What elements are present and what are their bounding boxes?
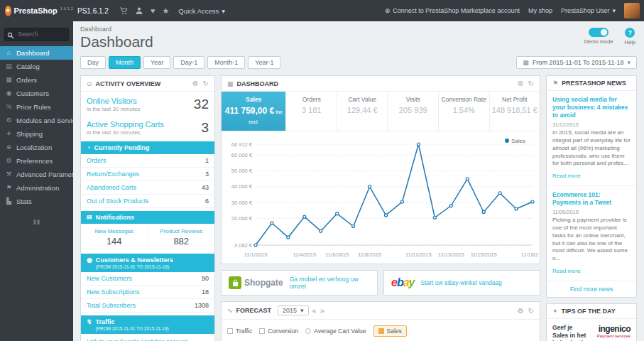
- active-carts-link[interactable]: Active Shopping Carts: [87, 120, 201, 129]
- range-day-1-button[interactable]: Day-1: [173, 56, 204, 69]
- new-subscriptions-link[interactable]: New Subscriptions: [87, 288, 140, 296]
- help-icon[interactable]: ?: [625, 28, 635, 38]
- refresh-icon[interactable]: ↻: [528, 307, 534, 315]
- person-icon[interactable]: [135, 6, 143, 15]
- sidebar-item-label: Orders: [16, 76, 37, 84]
- news-item-title[interactable]: Using social media for your business: 4 …: [552, 96, 631, 119]
- forecast-next-button[interactable]: »: [320, 306, 324, 315]
- range-day-button[interactable]: Day: [80, 56, 106, 69]
- user-menu[interactable]: PrestaShop User ▾: [561, 7, 616, 14]
- ebay-link[interactable]: Start uw eBay-winkel vandaag: [421, 279, 502, 286]
- sidebar-item-orders[interactable]: ▦ Orders: [0, 73, 73, 87]
- forecast-year-select[interactable]: 2015 ▾: [278, 305, 309, 315]
- new-customers-link[interactable]: New Customers: [87, 275, 132, 282]
- pending-icon: ◔: [87, 144, 90, 151]
- range-month-1-button[interactable]: Month-1: [207, 56, 245, 69]
- sidebar-item-catalog[interactable]: ▤ Catalog: [0, 60, 73, 73]
- legend-sales[interactable]: Sales: [373, 325, 407, 337]
- kpi-visits-label: Visits: [389, 96, 437, 103]
- read-more-link[interactable]: Read more: [552, 173, 581, 179]
- sidebar-item-dashboard[interactable]: ⌂ Dashboard: [0, 46, 73, 60]
- dashboard-panel-icon: ▦: [227, 80, 234, 87]
- find-more-news-link[interactable]: Find more news: [547, 281, 636, 297]
- traffic-checkbox[interactable]: [227, 328, 233, 334]
- quick-access-menu[interactable]: Quick Access ▾: [178, 7, 225, 15]
- sidebar-item-price-rules[interactable]: % Price Rules: [0, 100, 73, 114]
- product-reviews-cell[interactable]: Product Reviews 882: [148, 224, 215, 251]
- sidebar-item-shipping[interactable]: ✈ Shipping: [0, 127, 73, 141]
- conversion-checkbox[interactable]: [259, 328, 265, 334]
- sidebar-item-localization[interactable]: ⊕ Localization: [0, 141, 73, 154]
- shopgate-logo: Shopgate: [229, 276, 283, 289]
- news-item-title[interactable]: Ecommerce 101: Payments in a Tweet: [552, 191, 631, 207]
- sidebar-item-customers[interactable]: ◉ Customers: [0, 87, 73, 100]
- sidebar-collapse-button[interactable]: ▮▮: [0, 218, 73, 225]
- abandoned-carts-link[interactable]: Abandoned Carts: [87, 184, 136, 191]
- clock-icon: ⊙: [87, 80, 92, 87]
- orders-icon: ▦: [5, 76, 13, 83]
- active-carts-value: 3: [201, 120, 209, 136]
- legend-conversion[interactable]: Conversion: [259, 328, 298, 335]
- kpi-conversion-rate[interactable]: Conversion Rate 1.54%: [439, 92, 490, 131]
- marketplace-link[interactable]: ⊕ Connect to PrestaShop Marketplace acco…: [385, 7, 520, 14]
- read-more-link[interactable]: Read more: [552, 268, 581, 274]
- sidebar-item-label: Price Rules: [16, 103, 51, 111]
- returns-link[interactable]: Return/Exchanges: [87, 170, 139, 178]
- heart-icon[interactable]: ♥: [151, 6, 155, 15]
- kpi-visits-value: 205 939: [389, 106, 437, 114]
- sidebar-item-modules[interactable]: ⚙ Modules and Services: [0, 114, 73, 127]
- customers-newsletters-subtitle: (FROM 2015-11-01 TO 2015-11-18): [96, 264, 173, 269]
- sidebar-item-advanced-parameters[interactable]: ⚒ Advanced Parameters: [0, 168, 73, 181]
- my-shop-link[interactable]: My shop: [528, 7, 552, 14]
- demo-mode-toggle[interactable]: [589, 28, 608, 37]
- shopgate-link[interactable]: Ga mobiel en verhoog uw omzet: [290, 276, 370, 290]
- tips-body: Geef je Sales in het buitenland een Boos…: [547, 319, 636, 341]
- group-icon: ◉: [87, 256, 92, 264]
- refresh-icon[interactable]: ↻: [528, 80, 534, 87]
- gear-icon[interactable]: ⚙: [192, 80, 199, 87]
- legend-average-cart-value[interactable]: Average Cart Value: [305, 328, 366, 335]
- gear-icon[interactable]: ⚙: [518, 307, 524, 315]
- legend-conversion-label: Conversion: [268, 328, 298, 335]
- kpi-sales[interactable]: Sales 411 759,00 €tax excl.: [222, 92, 286, 131]
- orders-link[interactable]: Orders: [87, 157, 107, 164]
- ebay-promo[interactable]: ebay Start uw eBay-winkel vandaag: [383, 270, 540, 296]
- new-customers-value: 90: [202, 275, 209, 282]
- localization-icon: ⊕: [5, 144, 13, 151]
- svg-text:11/1/2015: 11/1/2015: [244, 251, 268, 258]
- avatar[interactable]: [624, 3, 640, 18]
- tips-icon: ✦: [552, 308, 558, 315]
- shopgate-promo[interactable]: Shopgate Ga mobiel en verhoog uw omzet: [221, 270, 378, 296]
- forecast-icon: ∿: [227, 307, 233, 314]
- sidebar-item-administration[interactable]: ⚑ Administration: [0, 181, 73, 195]
- kpi-visits[interactable]: Visits 205 939: [388, 92, 439, 131]
- sales-swatch: [378, 328, 384, 334]
- range-month-button[interactable]: Month: [109, 56, 141, 69]
- out-of-stock-link[interactable]: Out of Stock Products: [87, 197, 149, 205]
- range-year-1-button[interactable]: Year-1: [248, 56, 280, 69]
- date-range-picker[interactable]: ▦ From 2015-11-01 To 2015-11-18 ▾: [516, 56, 637, 69]
- new-messages-cell[interactable]: New Messages 144: [81, 224, 148, 251]
- star-icon[interactable]: ★: [162, 6, 169, 16]
- help-label: Help: [625, 39, 635, 45]
- kpi-net-profit[interactable]: Net Profit 148 918,51 €: [490, 92, 540, 131]
- kpi-cart-value[interactable]: Cart Value 129,44 €: [337, 92, 388, 131]
- forecast-prev-button[interactable]: «: [312, 306, 317, 315]
- gear-icon[interactable]: ⚙: [518, 80, 524, 87]
- sidebar-search: [4, 26, 69, 41]
- prestashop-logo[interactable]: ✦ PrestaShop 1.6.1.2: [0, 6, 73, 16]
- sidebar-item-preferences[interactable]: ⚙ Preferences: [0, 154, 73, 168]
- refresh-icon[interactable]: ↻: [203, 80, 209, 87]
- sidebar-item-stats[interactable]: ▙ Stats: [0, 195, 73, 208]
- customers-newsletters-title: Customers & Newsletters: [96, 256, 173, 264]
- kpi-orders[interactable]: Orders 3 181: [286, 92, 337, 131]
- online-visitors-link[interactable]: Online Visitors: [87, 97, 194, 105]
- google-analytics-link[interactable]: Link to your Google Analytics account: [81, 334, 214, 341]
- average-cart-value-radio[interactable]: [305, 328, 311, 334]
- range-year-button[interactable]: Year: [143, 56, 170, 69]
- total-subscribers-link[interactable]: Total Subscribers: [87, 302, 136, 309]
- cart-icon[interactable]: [119, 6, 128, 15]
- legend-traffic[interactable]: Traffic: [227, 328, 252, 335]
- breadcrumb: Dashboard: [80, 26, 637, 33]
- sidebar-item-label: Dashboard: [16, 49, 49, 57]
